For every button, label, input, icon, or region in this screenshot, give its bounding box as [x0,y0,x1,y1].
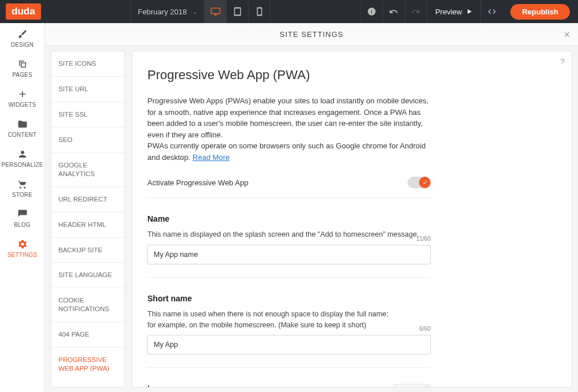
developer-button[interactable] [480,0,502,23]
short-name-desc: This name is used when there is not enou… [147,309,431,331]
undo-icon [389,7,398,16]
mobile-icon [254,6,265,17]
name-desc: This name is displayed on the splash scr… [147,229,431,240]
nav-google-analytics[interactable]: GOOGLE ANALYTICS [51,153,124,187]
settings-content: SITE SETTINGS × SITE ICONS SITE URL SITE… [45,23,578,392]
nav-pwa[interactable]: PROGRESSIVE WEB APP (PWA) [51,348,124,381]
short-name-counter: 6/60 [420,326,431,332]
left-iconbar: DESIGN PAGES WIDGETS CONTENT PERSONALIZE… [0,23,45,392]
settings-nav: SITE ICONS SITE URL SITE SSL SEO GOOGLE … [51,51,125,387]
icon-field-block: Icon This icon appears on the mobile hom… [147,384,431,387]
settings-header: SITE SETTINGS × [45,23,578,46]
iconbar-widgets[interactable]: WIDGETS [0,83,45,113]
month-selector[interactable]: February 2018 ⌄ [131,0,205,23]
short-name-title: Short name [147,294,431,303]
nav-url-redirect[interactable]: URL REDIRECT [51,187,124,212]
nav-backup-site[interactable]: BACKUP SITE [51,238,124,263]
tablet-device-button[interactable] [227,0,249,23]
top-actions: Preview Republish [361,0,578,23]
iconbar-design[interactable]: DESIGN [0,23,45,53]
play-icon [466,9,472,14]
icon-preview[interactable]: × L [394,384,431,387]
gear-icon [17,239,28,249]
toggle-knob [419,177,431,188]
chevron-down-icon: ⌄ [192,9,197,15]
brand-logo: duda [6,3,41,20]
cart-icon [17,179,28,189]
month-label: February 2018 [138,8,187,16]
redo-button[interactable] [405,0,427,23]
desktop-device-button[interactable] [205,0,227,23]
info-icon [367,7,376,16]
name-field-block: Name This name is displayed on the splas… [147,214,431,278]
activate-toggle[interactable] [407,177,431,188]
settings-body: SITE ICONS SITE URL SITE SSL SEO GOOGLE … [45,46,578,392]
name-title: Name [147,214,431,223]
republish-button[interactable]: Republish [510,4,570,20]
nav-seo[interactable]: SEO [51,128,124,153]
info-button[interactable] [361,0,383,23]
nav-site-language[interactable]: SITE LANGUAGE [51,263,124,288]
nav-site-url[interactable]: SITE URL [51,77,124,102]
name-input[interactable] [147,245,431,264]
activate-toggle-row: Activate Progressive Web App [147,177,431,198]
plus-icon [17,89,28,99]
help-icon[interactable]: ? [561,57,565,66]
nav-header-html[interactable]: HEADER HTML [51,212,124,238]
pages-icon [17,59,28,69]
iconbar-store[interactable]: STORE [0,173,45,203]
nav-404-page[interactable]: 404 PAGE [51,322,124,348]
brush-icon [17,29,28,39]
preview-label: Preview [435,8,462,16]
topbar: duda February 2018 ⌄ Preview [0,0,578,23]
iconbar-personalize[interactable]: PERSONALIZE [0,143,45,173]
device-toggle-group [205,0,271,23]
folder-icon [17,119,28,129]
nav-site-ssl[interactable]: SITE SSL [51,102,124,128]
iconbar-blog[interactable]: BLOG [0,203,45,233]
pwa-description: Progressive Web Apps (PWAs) enable your … [147,95,436,163]
code-icon [487,7,497,16]
name-counter: 11/60 [416,236,431,242]
read-more-link[interactable]: Read More [192,153,229,162]
nav-site-icons[interactable]: SITE ICONS [51,51,124,77]
short-name-input[interactable] [147,335,431,354]
desktop-icon [210,6,221,17]
tablet-icon [232,6,243,17]
main-area: DESIGN PAGES WIDGETS CONTENT PERSONALIZE… [0,23,578,392]
comment-icon [17,209,28,219]
nav-cookie-notifications[interactable]: COOKIE NOTIFICATIONS [51,288,124,322]
redo-icon [411,7,420,16]
mobile-device-button[interactable] [249,0,271,23]
person-icon [17,149,28,159]
check-icon [422,180,428,185]
icon-preview-close[interactable]: × [425,384,429,387]
activate-label: Activate Progressive Web App [147,178,249,187]
icon-title: Icon [147,384,382,387]
preview-button[interactable]: Preview [427,0,480,23]
pwa-heading: Progressive Web App (PWA) [147,68,557,83]
iconbar-content[interactable]: CONTENT [0,113,45,143]
settings-title: SITE SETTINGS [280,30,344,39]
iconbar-pages[interactable]: PAGES [0,53,45,83]
pwa-panel: ? Progressive Web App (PWA) Progressive … [132,51,572,387]
iconbar-settings[interactable]: SETTINGS [0,233,45,263]
short-name-field-block: Short name This name is used when there … [147,294,431,368]
close-icon[interactable]: × [564,29,570,41]
undo-button[interactable] [383,0,405,23]
